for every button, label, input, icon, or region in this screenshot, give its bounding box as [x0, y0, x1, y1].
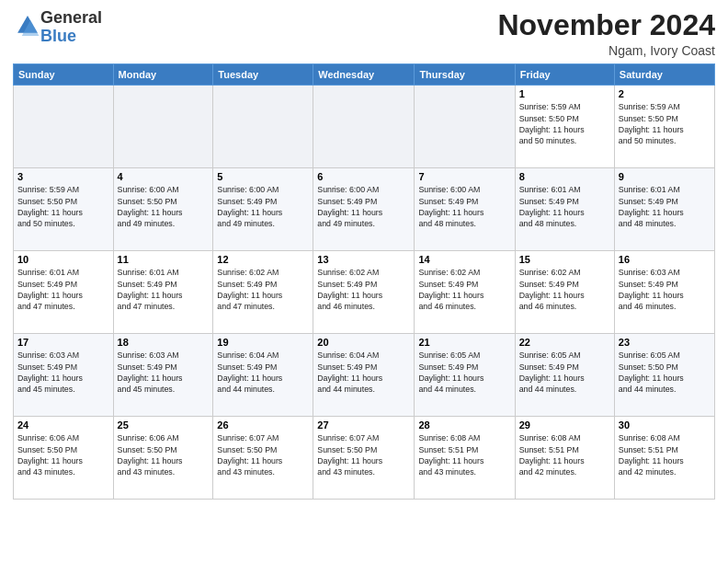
day-info: Sunrise: 5:59 AM Sunset: 5:50 PM Dayligh…	[519, 101, 610, 146]
header: General Blue November 2024 Ngam, Ivory C…	[13, 9, 715, 58]
weekday-header-sunday: Sunday	[14, 64, 114, 86]
calendar: SundayMondayTuesdayWednesdayThursdayFrid…	[13, 63, 715, 500]
day-number: 27	[317, 419, 410, 431]
day-info: Sunrise: 6:00 AM Sunset: 5:49 PM Dayligh…	[217, 184, 309, 229]
day-info: Sunrise: 6:04 AM Sunset: 5:49 PM Dayligh…	[217, 350, 309, 395]
day-info: Sunrise: 6:08 AM Sunset: 5:51 PM Dayligh…	[519, 432, 610, 477]
day-number: 13	[317, 254, 410, 265]
day-number: 2	[619, 88, 711, 99]
calendar-cell: 18Sunrise: 6:03 AM Sunset: 5:49 PM Dayli…	[113, 334, 213, 417]
calendar-cell: 12Sunrise: 6:02 AM Sunset: 5:49 PM Dayli…	[213, 251, 313, 334]
calendar-cell: 7Sunrise: 6:00 AM Sunset: 5:49 PM Daylig…	[415, 168, 515, 251]
weekday-header-saturday: Saturday	[614, 64, 714, 86]
day-info: Sunrise: 6:04 AM Sunset: 5:49 PM Dayligh…	[317, 350, 410, 395]
day-number: 21	[418, 337, 510, 348]
weekday-header-monday: Monday	[113, 64, 213, 86]
day-number: 4	[118, 171, 210, 182]
calendar-cell: 5Sunrise: 6:00 AM Sunset: 5:49 PM Daylig…	[213, 168, 313, 251]
day-info: Sunrise: 6:02 AM Sunset: 5:49 PM Dayligh…	[418, 267, 510, 312]
calendar-cell: 29Sunrise: 6:08 AM Sunset: 5:51 PM Dayli…	[515, 417, 614, 500]
month-title: November 2024	[497, 9, 715, 41]
day-info: Sunrise: 6:03 AM Sunset: 5:49 PM Dayligh…	[619, 267, 711, 312]
day-info: Sunrise: 6:06 AM Sunset: 5:50 PM Dayligh…	[17, 432, 109, 477]
calendar-cell: 1Sunrise: 5:59 AM Sunset: 5:50 PM Daylig…	[515, 86, 614, 168]
day-number: 16	[619, 254, 711, 265]
logo-blue: Blue	[40, 27, 76, 45]
calendar-cell: 28Sunrise: 6:08 AM Sunset: 5:51 PM Dayli…	[415, 417, 515, 500]
day-number: 12	[217, 254, 309, 265]
day-info: Sunrise: 6:03 AM Sunset: 5:49 PM Dayligh…	[17, 350, 109, 395]
day-number: 14	[418, 254, 510, 265]
day-number: 29	[519, 419, 610, 431]
day-number: 17	[17, 337, 109, 348]
calendar-cell: 13Sunrise: 6:02 AM Sunset: 5:49 PM Dayli…	[313, 251, 415, 334]
calendar-cell: 16Sunrise: 6:03 AM Sunset: 5:49 PM Dayli…	[614, 251, 714, 334]
calendar-cell: 24Sunrise: 6:06 AM Sunset: 5:50 PM Dayli…	[14, 417, 114, 500]
calendar-cell	[14, 86, 114, 168]
day-number: 19	[217, 337, 309, 348]
day-info: Sunrise: 6:05 AM Sunset: 5:50 PM Dayligh…	[619, 350, 711, 395]
calendar-cell: 14Sunrise: 6:02 AM Sunset: 5:49 PM Dayli…	[415, 251, 515, 334]
day-info: Sunrise: 6:01 AM Sunset: 5:49 PM Dayligh…	[17, 267, 109, 312]
day-info: Sunrise: 6:01 AM Sunset: 5:49 PM Dayligh…	[519, 184, 610, 229]
day-number: 23	[619, 337, 711, 348]
day-info: Sunrise: 6:05 AM Sunset: 5:49 PM Dayligh…	[519, 350, 610, 395]
day-number: 9	[619, 171, 711, 182]
calendar-cell: 19Sunrise: 6:04 AM Sunset: 5:49 PM Dayli…	[213, 334, 313, 417]
calendar-cell	[415, 86, 515, 168]
day-number: 7	[418, 171, 510, 182]
weekday-header-thursday: Thursday	[415, 64, 515, 86]
calendar-cell: 9Sunrise: 6:01 AM Sunset: 5:49 PM Daylig…	[614, 168, 714, 251]
day-info: Sunrise: 6:05 AM Sunset: 5:49 PM Dayligh…	[418, 350, 510, 395]
logo-general: General	[40, 8, 102, 27]
day-info: Sunrise: 6:00 AM Sunset: 5:50 PM Dayligh…	[118, 184, 210, 229]
day-number: 26	[217, 419, 309, 431]
day-info: Sunrise: 6:00 AM Sunset: 5:49 PM Dayligh…	[317, 184, 410, 229]
day-info: Sunrise: 6:03 AM Sunset: 5:49 PM Dayligh…	[118, 350, 210, 395]
day-number: 25	[118, 419, 210, 431]
day-number: 24	[17, 419, 109, 431]
day-number: 28	[418, 419, 510, 431]
day-info: Sunrise: 6:01 AM Sunset: 5:49 PM Dayligh…	[118, 267, 210, 312]
day-number: 3	[17, 171, 109, 182]
day-info: Sunrise: 6:02 AM Sunset: 5:49 PM Dayligh…	[217, 267, 309, 312]
calendar-cell: 8Sunrise: 6:01 AM Sunset: 5:49 PM Daylig…	[515, 168, 614, 251]
day-info: Sunrise: 5:59 AM Sunset: 5:50 PM Dayligh…	[17, 184, 109, 229]
day-number: 22	[519, 337, 610, 348]
calendar-cell: 26Sunrise: 6:07 AM Sunset: 5:50 PM Dayli…	[213, 417, 313, 500]
day-info: Sunrise: 5:59 AM Sunset: 5:50 PM Dayligh…	[619, 101, 711, 146]
calendar-cell	[113, 86, 213, 168]
calendar-cell	[213, 86, 313, 168]
calendar-cell: 27Sunrise: 6:07 AM Sunset: 5:50 PM Dayli…	[313, 417, 415, 500]
calendar-cell: 20Sunrise: 6:04 AM Sunset: 5:49 PM Dayli…	[313, 334, 415, 417]
day-info: Sunrise: 6:06 AM Sunset: 5:50 PM Dayligh…	[118, 432, 210, 477]
calendar-cell: 23Sunrise: 6:05 AM Sunset: 5:50 PM Dayli…	[614, 334, 714, 417]
page: General Blue November 2024 Ngam, Ivory C…	[0, 0, 728, 563]
day-number: 5	[217, 171, 309, 182]
day-number: 6	[317, 171, 410, 182]
day-number: 10	[17, 254, 109, 265]
calendar-cell: 17Sunrise: 6:03 AM Sunset: 5:49 PM Dayli…	[14, 334, 114, 417]
day-number: 15	[519, 254, 610, 265]
logo: General Blue	[13, 9, 102, 46]
calendar-cell: 21Sunrise: 6:05 AM Sunset: 5:49 PM Dayli…	[415, 334, 515, 417]
day-info: Sunrise: 6:02 AM Sunset: 5:49 PM Dayligh…	[519, 267, 610, 312]
calendar-cell: 2Sunrise: 5:59 AM Sunset: 5:50 PM Daylig…	[614, 86, 714, 168]
logo-icon	[15, 13, 40, 39]
calendar-cell: 4Sunrise: 6:00 AM Sunset: 5:50 PM Daylig…	[113, 168, 213, 251]
day-info: Sunrise: 6:02 AM Sunset: 5:49 PM Dayligh…	[317, 267, 410, 312]
calendar-cell: 10Sunrise: 6:01 AM Sunset: 5:49 PM Dayli…	[14, 251, 114, 334]
title-block: November 2024 Ngam, Ivory Coast	[497, 9, 715, 58]
calendar-cell: 11Sunrise: 6:01 AM Sunset: 5:49 PM Dayli…	[113, 251, 213, 334]
calendar-cell: 25Sunrise: 6:06 AM Sunset: 5:50 PM Dayli…	[113, 417, 213, 500]
weekday-header-tuesday: Tuesday	[213, 64, 313, 86]
day-info: Sunrise: 6:08 AM Sunset: 5:51 PM Dayligh…	[619, 432, 711, 477]
day-info: Sunrise: 6:07 AM Sunset: 5:50 PM Dayligh…	[317, 432, 410, 477]
location: Ngam, Ivory Coast	[497, 43, 715, 58]
day-info: Sunrise: 6:01 AM Sunset: 5:49 PM Dayligh…	[619, 184, 711, 229]
day-info: Sunrise: 6:08 AM Sunset: 5:51 PM Dayligh…	[418, 432, 510, 477]
day-number: 20	[317, 337, 410, 348]
day-number: 18	[118, 337, 210, 348]
calendar-cell: 6Sunrise: 6:00 AM Sunset: 5:49 PM Daylig…	[313, 168, 415, 251]
weekday-header-friday: Friday	[515, 64, 614, 86]
